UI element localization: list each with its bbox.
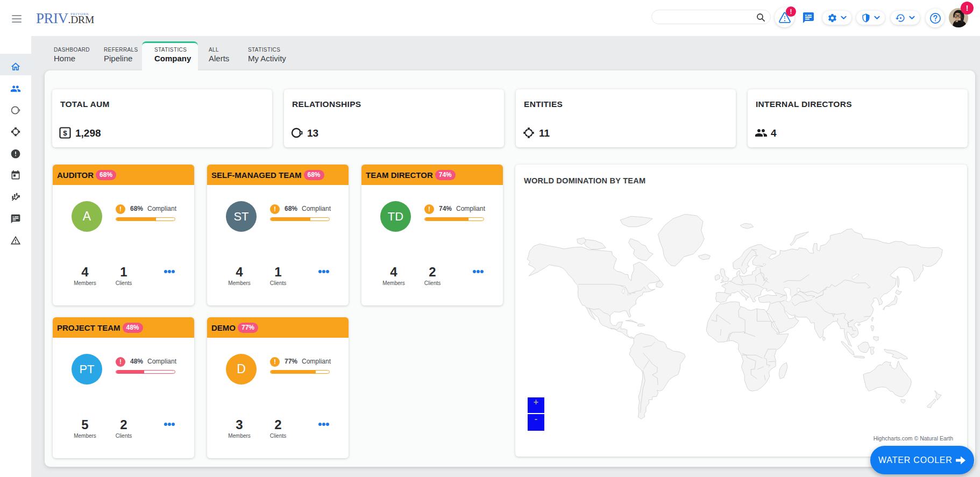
svg-text:$: $	[63, 129, 67, 137]
